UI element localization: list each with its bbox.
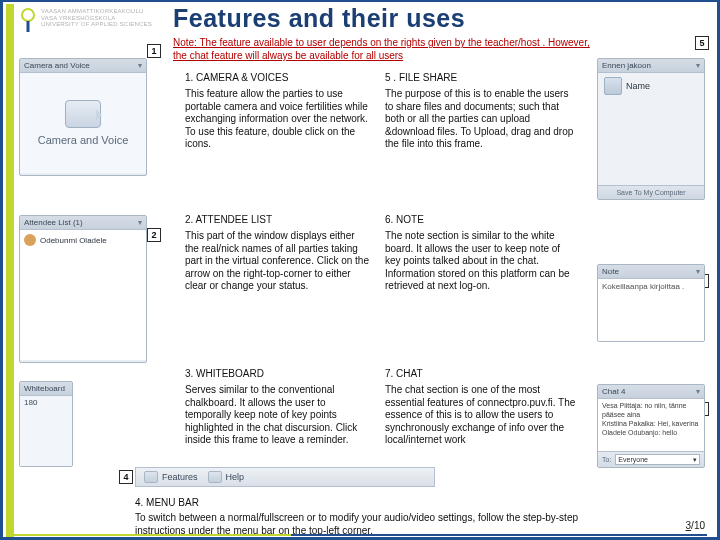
logo-line3: UNIVERSITY OF APPLIED SCIENCES	[41, 21, 152, 28]
f2-body: This part of the window displays either …	[185, 230, 370, 293]
f7-heading: 7. CHAT	[385, 368, 577, 381]
note-body[interactable]: Kokeillaanpa kirjoittaa .	[598, 279, 704, 341]
chat-line: Oladele Odubanjo: hello	[602, 428, 700, 437]
chevron-down-icon: ▾	[693, 455, 697, 464]
marker-1: 1	[147, 44, 161, 58]
menu-features[interactable]: Features	[144, 471, 198, 483]
save-to-computer-button[interactable]: Save To My Computer	[598, 185, 704, 199]
footer-accent	[13, 534, 707, 536]
list-item[interactable]: Name	[598, 73, 704, 99]
camera-panel: Camera and Voice▾ Camera and Voice	[19, 58, 147, 176]
accent-bar	[6, 4, 14, 540]
chat-line: Vesa Piittaja: no niin, tänne pääsee ain…	[602, 401, 700, 419]
chevron-down-icon[interactable]: ▾	[696, 265, 700, 278]
avatar	[24, 234, 36, 246]
f3-body: Serves similar to the conventional chalk…	[185, 384, 370, 447]
list-item[interactable]: Odebunmi Oladele	[24, 234, 142, 246]
chat-line: Kristiina Pakalka: Hei, kaverina	[602, 419, 700, 428]
marker-5: 5	[695, 36, 709, 50]
menu-help[interactable]: Help	[208, 471, 245, 483]
f3-heading: 3. WHITEBOARD	[185, 368, 370, 381]
share-panel: Ennen jakoon▾ Name Save To My Computer	[597, 58, 705, 200]
menubar-screenshot: Features Help	[135, 467, 435, 487]
f6-heading: 6. NOTE	[385, 214, 577, 227]
attendee-name: Odebunmi Oladele	[40, 236, 107, 245]
f7-body: The chat section is one of the most esse…	[385, 384, 577, 447]
chat-to-dropdown[interactable]: Everyone ▾	[615, 454, 700, 465]
f2-heading: 2. ATTENDEE LIST	[185, 214, 370, 227]
whiteboard-panel-title: Whiteboard 180	[24, 382, 68, 395]
logo-line1: VAASAN AMMATTIKORKEAKOULU	[41, 8, 152, 15]
attendee-panel: Attendee List (1)▾ Odebunmi Oladele	[19, 215, 147, 363]
f1-heading: 1. CAMERA & VOICES	[185, 72, 370, 85]
help-icon	[208, 471, 222, 483]
note-panel-title: Note	[602, 265, 619, 278]
chat-panel-title: Chat 4	[602, 385, 626, 398]
note-text: Note: The feature available to user depe…	[173, 36, 603, 62]
marker-2: 2	[147, 228, 161, 242]
share-panel-title: Ennen jakoon	[602, 59, 651, 72]
chat-dd-value: Everyone	[618, 455, 648, 464]
f4-heading: 4. MENU BAR	[135, 496, 595, 509]
camera-panel-title: Camera and Voice	[24, 59, 90, 72]
chat-to-label: To:	[602, 456, 611, 463]
file-icon	[604, 77, 622, 95]
page-title: Features and their uses	[173, 4, 465, 33]
features-icon	[144, 471, 158, 483]
f5-heading: 5 . FILE SHARE	[385, 72, 577, 85]
logo-block: VAASAN AMMATTIKORKEAKOULU VASA YRKESHÖGS…	[19, 8, 152, 32]
marker-4: 4	[119, 470, 133, 484]
camera-icon[interactable]	[65, 100, 101, 128]
logo-line2: VASA YRKESHÖGSKOLA	[41, 15, 152, 22]
page-number: 3/10	[686, 520, 705, 531]
f1-body: This feature allow the parties to use po…	[185, 88, 370, 151]
chevron-down-icon[interactable]: ▾	[696, 59, 700, 72]
f4-block: 4. MENU BAR To switch between a normal/f…	[135, 496, 595, 537]
note-panel: Note▾ Kokeillaanpa kirjoittaa .	[597, 264, 705, 342]
chat-panel: Chat 4▾ Vesa Piittaja: no niin, tänne pä…	[597, 384, 705, 468]
svg-point-0	[22, 9, 34, 21]
whiteboard-panel: Whiteboard 180	[19, 381, 73, 467]
f5-body: The purpose of this is to enable the use…	[385, 88, 577, 151]
chevron-down-icon[interactable]: ▾	[138, 216, 142, 229]
chevron-down-icon[interactable]: ▾	[138, 59, 142, 72]
camera-label: Camera and Voice	[38, 134, 129, 146]
attendee-panel-title: Attendee List (1)	[24, 216, 83, 229]
chevron-down-icon[interactable]: ▾	[696, 385, 700, 398]
share-item-name: Name	[626, 81, 650, 91]
f6-body: The note section is similar to the white…	[385, 230, 577, 293]
logo-icon	[19, 8, 37, 32]
